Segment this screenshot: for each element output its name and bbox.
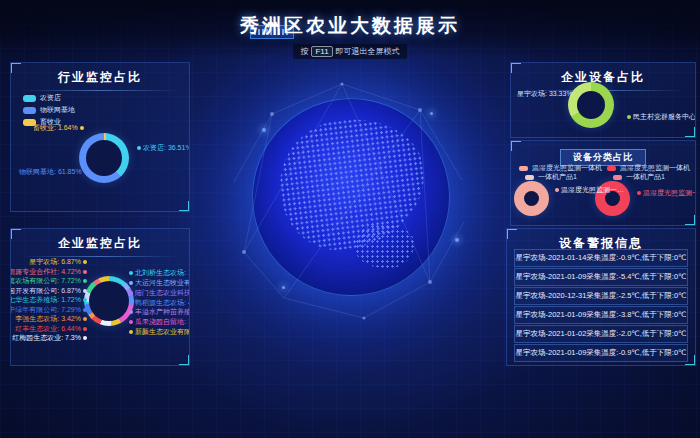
chart-callout: 星宇农场: 33.33%: [517, 89, 579, 99]
callout-dot: [137, 146, 141, 150]
callout-dot: [627, 115, 631, 119]
chart-callout: 农资店: 36.51%: [137, 143, 190, 153]
chart-callout: 丰溢水产种苗养殖场: 1.: [129, 307, 190, 317]
legend-swatch: [23, 107, 36, 114]
callout-text: 李强生态农场: 3.42%: [15, 314, 81, 324]
device-class-left-donut-chart[interactable]: [514, 181, 549, 216]
callout-dot: [575, 92, 579, 96]
callout-dot: [83, 260, 87, 264]
header: 秀洲区农业大数据展示 按 F11 即可退出全屏模式: [0, 0, 700, 58]
legend-swatch: [519, 166, 528, 171]
hint-prefix: 按: [300, 46, 308, 57]
callout-dot: [83, 279, 87, 283]
panel-industry-title: 行业监控占比: [11, 63, 189, 86]
callout-text: 畜牧业: 1.64%: [33, 123, 78, 133]
donut-hole: [86, 140, 122, 176]
chart-callout: 畜牧业: 1.64%: [33, 123, 84, 133]
callout-dot: [129, 301, 133, 305]
callout-text: 温湿度光照监测一…: [643, 188, 696, 198]
callout-dot: [129, 320, 133, 324]
chart-callout: 民主村党群服务中心:: [627, 112, 696, 122]
callout-dot: [129, 271, 133, 275]
chart-callout: 红梅园生态农业: 7.3%: [12, 333, 87, 343]
callout-dot: [129, 330, 133, 334]
chart-callout: 温湿度光照监测一…: [637, 188, 696, 198]
alarm-row: 星宇农场-2021-01-09采集温度:-3.8℃,低于下限:0℃: [514, 306, 688, 324]
alarm-row: 星宇农场-2021-01-09采集温度:-5.4℃,低于下限:0℃: [514, 268, 688, 286]
callout-text: 陆门生态农业科技有限公: [135, 288, 190, 298]
panel-device-alarms: 设备警报信息 星宇农场-2021-01-14采集温度:-0.9℃,低于下限:0℃…: [506, 228, 696, 366]
dashboard-root: 秀洲区农业大数据展示 按 F11 即可退出全屏模式 行业监控占比 农资店 物联网…: [0, 0, 700, 438]
callout-text: 物联网基地: 61.85%: [19, 167, 82, 177]
chart-callout: 七华生态养殖场: 1.72%: [10, 295, 87, 305]
callout-dot: [83, 327, 87, 331]
donut-hole: [89, 281, 129, 321]
callout-text: 七华生态养殖场: 1.72%: [10, 295, 81, 305]
callout-dot: [84, 170, 88, 174]
panel-device-classification: 设备分类占比 温湿度光照监测一体机 一体机产品1 温湿度光照监测一体机 一体机产…: [510, 140, 696, 226]
donut-hole: [524, 191, 539, 206]
callout-dot: [83, 308, 87, 312]
page-title: 秀洲区农业大数据展示: [0, 13, 700, 39]
chart-callout: 新颜生态农业有限公司: 6.87%: [129, 327, 190, 337]
callout-dot: [129, 310, 133, 314]
network-node-dot: [455, 238, 459, 242]
network-node-dot: [430, 112, 433, 115]
hint-suffix: 即可退出全屏模式: [336, 46, 400, 57]
alarm-row: 星宇农场-2021-01-09采集温度:-0.9℃,低于下限:0℃: [514, 344, 688, 362]
callout-dot: [637, 191, 641, 195]
alarm-row: 星宇农场-2021-01-02采集温度:-2.0℃,低于下限:0℃: [514, 325, 688, 343]
legend-label: 物联网基地: [40, 105, 75, 115]
chart-callout: 北刘桥生态农场: 11.56%: [129, 268, 190, 278]
alarm-row: 星宇农场-2020-12-31采集温度:-2.5℃,低于下限:0℃: [514, 287, 688, 305]
callout-text: 星宇农场: 33.33%: [517, 89, 573, 99]
legend-swatch: [607, 166, 616, 171]
panel-industry-monitor: 行业监控占比 农资店 物联网基地 畜牧业 畜牧业: 1.64% 农资店: 36.…: [10, 62, 190, 212]
enterprise-donut-chart[interactable]: [84, 276, 134, 326]
callout-text: 红梅园生态农业: 7.3%: [12, 333, 81, 343]
chart-callout: 瓜果浇园自留地: 15.02%: [129, 317, 190, 327]
panel-equipment-title: 企业设备占比: [511, 63, 695, 86]
legend-item[interactable]: 农资店: [23, 93, 61, 103]
legend-label: 农资店: [40, 93, 61, 103]
panel-equipment-ratio: 企业设备占比 星宇农场: 33.33% 民主村党群服务中心:: [510, 62, 696, 138]
callout-text: 瓜果浇园自留地: 15.02%: [135, 317, 190, 327]
legend-label: 一体机产品1: [626, 172, 665, 182]
chart-callout: 李强生态农场: 3.42%: [15, 314, 87, 324]
f11-keycap: F11: [311, 46, 332, 57]
legend-swatch: [613, 175, 622, 180]
callout-text: 新颜生态农业有限公司: 6.87%: [135, 327, 190, 337]
callout-text: 丰溢水产种苗养殖场: 1.: [135, 307, 190, 317]
callout-text: 民主村党群服务中心:: [633, 112, 696, 122]
globe: [252, 98, 450, 296]
callout-text: 大运河生态牧业有限责任公: [135, 278, 190, 288]
chart-callout: 家庭农场有限公司: 7.72%: [10, 276, 87, 286]
chart-callout: 大运河生态牧业有限责任公: [129, 278, 190, 288]
legend-item[interactable]: 物联网基地: [23, 105, 75, 115]
alarm-row: 星宇农场-2021-01-14采集温度:-0.9℃,低于下限:0℃: [514, 249, 688, 267]
legend-swatch: [23, 95, 36, 102]
callout-text: 北刘桥生态农场: 11.56%: [135, 268, 190, 278]
network-node-dot: [282, 286, 285, 289]
chart-callout: 陆门生态农业科技有限公: [129, 288, 190, 298]
network-node-dot: [262, 128, 266, 132]
callout-dot: [80, 126, 84, 130]
callout-dot: [83, 270, 87, 274]
callout-text: 星宇农场: 6.87%: [29, 257, 81, 267]
panel-enterprise-title: 企业监控占比: [11, 229, 189, 252]
chart-callout: 物联网基地: 61.85%: [19, 167, 88, 177]
legend-item[interactable]: 一体机产品1: [613, 172, 665, 182]
callout-dot: [83, 289, 87, 293]
callout-text: 农资店: 36.51%: [143, 143, 190, 153]
legend-label: 一体机产品1: [538, 172, 577, 182]
callout-dot: [129, 291, 133, 295]
callout-dot: [83, 298, 87, 302]
divider: [21, 90, 179, 91]
legend-swatch: [525, 175, 534, 180]
fullscreen-hint: 按 F11 即可退出全屏模式: [0, 40, 700, 59]
callout-dot: [555, 188, 559, 192]
chart-callout: 星宇农场: 6.87%: [29, 257, 87, 267]
donut-hole: [577, 91, 605, 119]
chart-callout: 温湿度光照监测一…: [555, 185, 624, 195]
callout-text: 家庭农场有限公司: 7.72%: [10, 276, 81, 286]
